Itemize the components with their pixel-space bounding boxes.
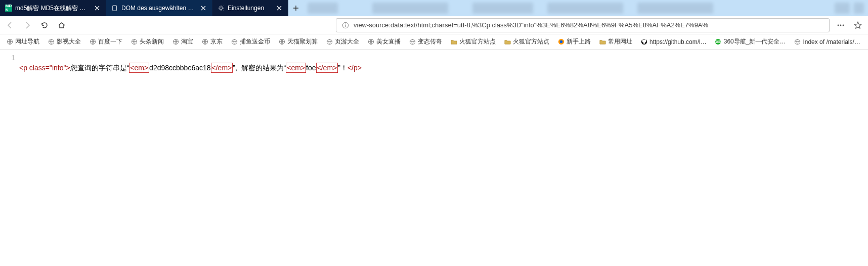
tab-dom-source[interactable]: DOM des ausgewählten Quellte <box>106 0 212 16</box>
tab-title: md5解密 MD5在线解密 破解 <box>15 4 91 13</box>
bookmarks-bar: 网址导航影视大全百度一下头条新闻淘宝京东捕鱼送金币天猫聚划算页游大全美女直播变态… <box>0 34 868 50</box>
bookmark-star-icon[interactable] <box>852 19 864 31</box>
bookmark-item[interactable]: 常用网址 <box>597 36 634 47</box>
tag-p-close: </p> <box>348 64 362 72</box>
bookmark-item[interactable]: 页游大全 <box>324 36 361 47</box>
page-icon <box>111 5 118 12</box>
reload-button[interactable] <box>38 19 51 31</box>
tag-em-close: </em> <box>212 64 232 72</box>
globe-icon <box>231 38 238 46</box>
svg-rect-0 <box>113 6 117 11</box>
tab-strip: MD5 md5解密 MD5在线解密 破解 DOM des ausgewählte… <box>0 0 868 16</box>
bookmark-label: 捕鱼送金币 <box>240 37 270 46</box>
nav360-icon: 360 <box>715 38 722 46</box>
folder-icon <box>599 38 606 46</box>
bookmark-label: 美女直播 <box>376 37 401 46</box>
bookmark-item[interactable]: 捕鱼送金币 <box>229 36 272 47</box>
bookmark-label: 火狐官方站点 <box>459 37 496 46</box>
bookmark-label: Index of /materials/… <box>803 38 860 46</box>
svg-rect-4 <box>345 25 345 27</box>
bookmark-label: 新手上路 <box>567 37 591 46</box>
source-code: <p class="info">您查询的字符串是“<em>d2d98ccbbbc… <box>19 53 362 83</box>
bookmark-label: 页游大全 <box>335 37 359 46</box>
globe-icon <box>172 38 179 46</box>
fox-icon <box>557 38 565 46</box>
folder-icon <box>504 38 511 46</box>
bookmark-item[interactable]: 天猫聚划算 <box>276 36 320 47</box>
globe-icon <box>48 38 55 46</box>
bookmark-label: 头条新闻 <box>140 37 164 46</box>
line-number: 1 <box>5 53 19 63</box>
home-button[interactable] <box>56 19 68 31</box>
bookmark-label: 网址导航 <box>15 37 39 46</box>
tag-p-open: <p class="info"> <box>19 64 70 72</box>
site-info-icon[interactable] <box>341 21 350 29</box>
globe-icon <box>367 38 374 46</box>
bookmark-item[interactable]: 头条新闻 <box>128 36 166 47</box>
globe-icon <box>794 38 801 46</box>
svg-point-5 <box>838 24 839 26</box>
bookmark-item[interactable]: 360360导航_新一代安全… <box>713 36 788 47</box>
svg-point-7 <box>843 24 844 26</box>
tag-em-open: <em> <box>287 64 305 72</box>
bookmark-label: 淘宝 <box>181 37 193 46</box>
favicon-md5: MD5 <box>5 5 12 12</box>
globe-icon <box>201 38 208 46</box>
folder-icon <box>450 38 457 46</box>
source-line[interactable]: 1 <p class="info">您查询的字符串是“<em>d2d98ccbb… <box>5 53 863 83</box>
bookmark-item[interactable]: 影视大全 <box>46 36 83 47</box>
forward-button[interactable] <box>21 19 33 31</box>
back-button[interactable] <box>4 19 16 31</box>
globe-icon <box>326 38 333 46</box>
github-icon <box>640 38 647 46</box>
url-text: view-source:data:text/html;charset=utf-8… <box>354 21 824 29</box>
bookmark-item[interactable]: 火狐官方站点 <box>502 36 551 47</box>
tab-title: Einstellungen <box>228 5 273 12</box>
background-window-tabs <box>303 0 868 16</box>
tag-em-open: <em> <box>130 64 148 72</box>
svg-point-6 <box>840 24 842 26</box>
tag-em-close: </em> <box>317 64 337 72</box>
globe-icon <box>278 38 285 46</box>
bookmark-label: https://github.com/l… <box>649 38 707 46</box>
bookmark-item[interactable]: 淘宝 <box>170 36 195 47</box>
svg-point-1 <box>220 7 222 9</box>
bookmark-item[interactable]: 变态传奇 <box>407 36 444 47</box>
bookmark-label: 火狐官方站点 <box>513 37 549 46</box>
address-bar[interactable]: view-source:data:text/html;charset=utf-8… <box>336 18 830 32</box>
bookmark-item[interactable]: Index of /materials/… <box>792 37 862 47</box>
bookmark-label: 360导航_新一代安全… <box>724 37 786 46</box>
new-tab-button[interactable] <box>288 0 303 16</box>
tab-md5[interactable]: MD5 md5解密 MD5在线解密 破解 <box>0 0 106 16</box>
gear-icon <box>218 5 225 12</box>
bookmark-item[interactable]: https://github.com/l… <box>638 37 709 47</box>
page-actions-menu[interactable] <box>835 19 847 31</box>
bookmark-item[interactable]: 京东 <box>199 36 225 47</box>
bookmark-item[interactable]: 美女直播 <box>365 36 403 47</box>
bookmark-item[interactable]: 新手上路 <box>555 36 593 47</box>
bookmark-item[interactable]: 网址导航 <box>4 36 41 47</box>
globe-icon <box>409 38 416 46</box>
bookmark-label: 天猫聚划算 <box>287 37 318 46</box>
svg-text:360: 360 <box>715 39 721 44</box>
bookmark-label: 京东 <box>210 37 223 46</box>
bookmark-label: 常用网址 <box>608 37 632 46</box>
bookmark-label: 影视大全 <box>57 37 81 46</box>
globe-icon <box>6 38 13 46</box>
svg-point-20 <box>559 40 562 43</box>
bookmark-label: 百度一下 <box>98 37 122 46</box>
tab-title: DOM des ausgewählten Quellte <box>121 5 197 12</box>
close-icon[interactable] <box>276 5 283 12</box>
bookmark-label: 变态传奇 <box>418 37 442 46</box>
tab-settings[interactable]: Einstellungen <box>212 0 288 16</box>
globe-icon <box>131 38 138 46</box>
source-viewer: 1 <p class="info">您查询的字符串是“<em>d2d98ccbb… <box>0 50 868 86</box>
globe-icon <box>89 38 96 46</box>
nav-toolbar: view-source:data:text/html;charset=utf-8… <box>0 16 868 34</box>
bookmark-item[interactable]: 火狐官方站点 <box>448 36 498 47</box>
bookmark-item[interactable]: 百度一下 <box>87 36 124 47</box>
svg-point-3 <box>345 23 346 24</box>
close-icon[interactable] <box>200 5 207 12</box>
close-icon[interactable] <box>94 5 101 12</box>
